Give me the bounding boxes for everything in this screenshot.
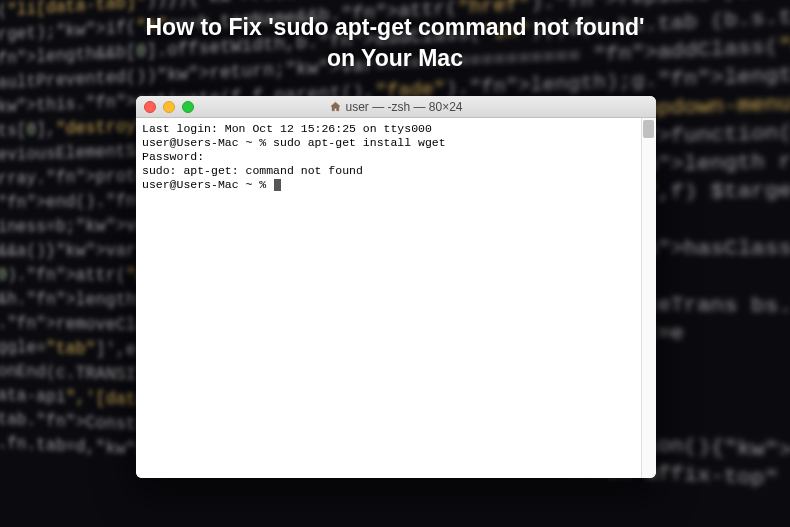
window-titlebar[interactable]: user — -zsh — 80×24	[136, 96, 656, 118]
terminal-line: user@Users-Mac ~ %	[142, 178, 650, 192]
window-title: user — -zsh — 80×24	[329, 100, 462, 114]
terminal-line: user@Users-Mac ~ % sudo apt-get install …	[142, 136, 650, 150]
traffic-light-buttons	[144, 101, 194, 113]
scrollbar-thumb[interactable]	[643, 120, 654, 138]
headline-line-2: on Your Mac	[327, 45, 463, 71]
terminal-line: sudo: apt-get: command not found	[142, 164, 650, 178]
close-window-button[interactable]	[144, 101, 156, 113]
maximize-window-button[interactable]	[182, 101, 194, 113]
minimize-window-button[interactable]	[163, 101, 175, 113]
window-title-text: user — -zsh — 80×24	[345, 100, 462, 114]
scrollbar-track[interactable]	[641, 118, 656, 478]
headline-line-1: How to Fix 'sudo apt-get command not fou…	[145, 14, 644, 40]
home-icon	[329, 101, 341, 113]
terminal-window: user — -zsh — 80×24 Last login: Mon Oct …	[136, 96, 656, 478]
terminal-line: Password:	[142, 150, 650, 164]
terminal-line: Last login: Mon Oct 12 15:26:25 on ttys0…	[142, 122, 650, 136]
article-headline: How to Fix 'sudo apt-get command not fou…	[0, 12, 790, 74]
terminal-body[interactable]: Last login: Mon Oct 12 15:26:25 on ttys0…	[136, 118, 656, 478]
terminal-cursor	[274, 179, 281, 191]
